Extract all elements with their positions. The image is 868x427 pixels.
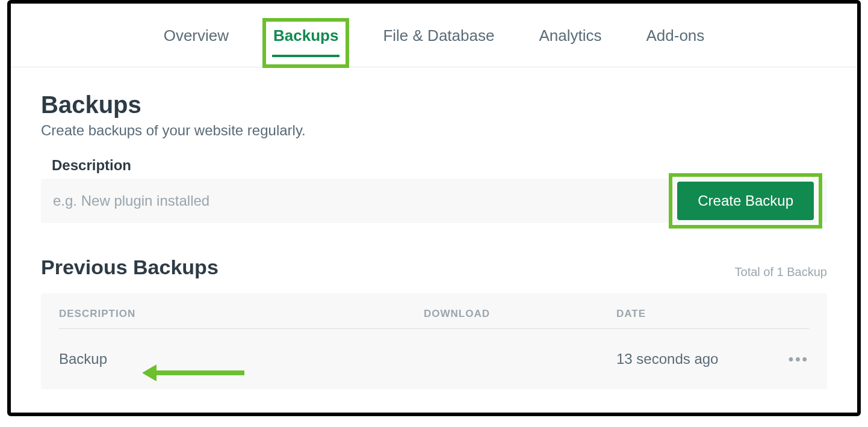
col-description: DESCRIPTION	[59, 308, 424, 320]
tab-analytics[interactable]: Analytics	[533, 23, 607, 63]
description-label: Description	[52, 157, 827, 174]
row-actions-icon[interactable]: •••	[773, 351, 809, 367]
page-title: Backups	[41, 91, 827, 118]
cell-description: Backup	[59, 351, 424, 367]
col-date: DATE	[616, 308, 773, 320]
tab-file-database[interactable]: File & Database	[377, 23, 500, 63]
description-input[interactable]	[41, 192, 670, 209]
tab-addons[interactable]: Add-ons	[640, 23, 710, 63]
top-nav: Overview Backups File & Database Analyti…	[11, 4, 857, 67]
col-download: DOWNLOAD	[424, 308, 616, 320]
table-row: Backup 13 seconds ago •••	[59, 329, 809, 367]
backup-total: Total of 1 Backup	[735, 265, 827, 279]
create-backup-row: Create Backup	[41, 179, 827, 223]
backups-table: DESCRIPTION DOWNLOAD DATE Backup 13 seco…	[41, 293, 827, 389]
create-backup-button[interactable]: Create Backup	[677, 182, 814, 220]
cell-date: 13 seconds ago	[616, 351, 773, 367]
tab-overview[interactable]: Overview	[158, 23, 235, 63]
tab-backups[interactable]: Backups	[267, 23, 344, 63]
create-button-highlight: Create Backup	[670, 174, 821, 227]
previous-backups-title: Previous Backups	[41, 256, 219, 279]
page-subtitle: Create backups of your website regularly…	[41, 122, 827, 139]
